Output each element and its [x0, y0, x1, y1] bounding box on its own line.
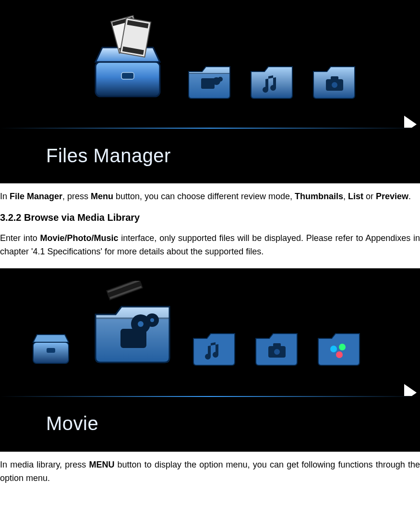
svg-point-20: [150, 318, 154, 322]
svg-point-10: [218, 77, 223, 82]
files-manager-small-icon: [24, 319, 77, 372]
music-folder-icon: [245, 52, 298, 105]
photos-folder-small-icon: [250, 319, 303, 372]
files-manager-icon: [82, 14, 173, 105]
svg-point-27: [330, 346, 337, 352]
svg-point-25: [274, 348, 280, 355]
movie-folder-big-icon: [87, 281, 178, 372]
movie-screenshot: Movie: [0, 268, 420, 452]
paragraph-file-manager: In File Manager, press Menu button, you …: [0, 190, 420, 204]
menu-icons-row-2: [0, 281, 420, 372]
paragraph-menu-button: In media library, press MENU button to d…: [0, 458, 420, 485]
svg-rect-26: [273, 343, 281, 347]
menu-icons-row: [0, 14, 420, 105]
caption-bar: Files Manager: [0, 128, 420, 183]
svg-point-29: [336, 351, 343, 358]
svg-rect-18: [120, 329, 146, 348]
svg-rect-13: [331, 76, 338, 80]
caption-text-2: Movie: [46, 408, 98, 438]
svg-point-19: [138, 321, 144, 327]
svg-point-28: [339, 344, 346, 350]
movies-folder-icon: [183, 52, 236, 105]
section-heading: 3.2.2 Browse via Media Library: [0, 210, 420, 225]
caption-bar-2: Movie: [0, 396, 420, 451]
svg-rect-15: [47, 348, 55, 353]
svg-point-12: [331, 82, 338, 88]
svg-rect-1: [121, 72, 134, 79]
apps-folder-icon: [312, 319, 365, 372]
music-folder-small-icon: [188, 319, 240, 372]
caption-text: Files Manager: [46, 141, 171, 170]
photos-folder-icon: [308, 52, 360, 105]
svg-rect-8: [201, 78, 215, 89]
paragraph-media-library: Enter into Movie/Photo/Music interface, …: [0, 232, 420, 259]
files-manager-screenshot: Files Manager: [0, 0, 420, 183]
